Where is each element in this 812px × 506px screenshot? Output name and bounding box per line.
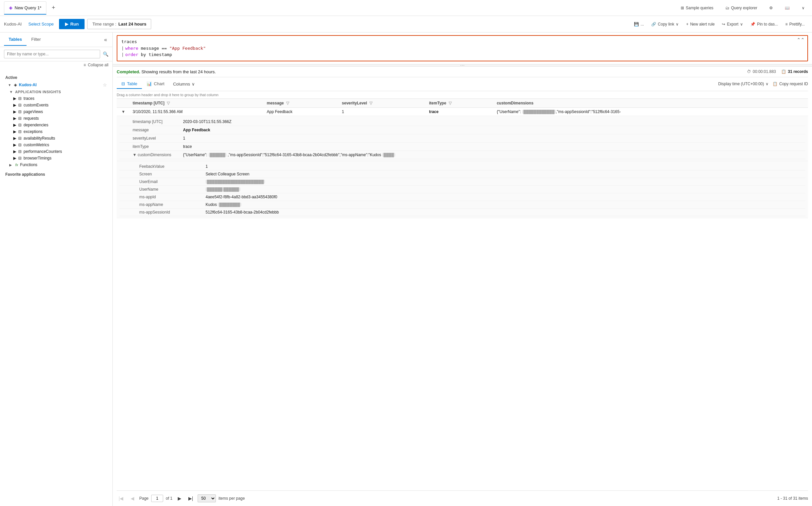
filter-input[interactable] (4, 50, 100, 58)
sidebar-item-custommetrics[interactable]: ▶ ⊟ customMetrics (0, 142, 112, 148)
sub-detail-row: UserEmail ██████████████████████ (119, 178, 805, 185)
first-page-button[interactable]: |◀ (117, 494, 125, 503)
sidebar-item-pageviews[interactable]: ▶ ⊟ pageViews (0, 108, 112, 115)
detail-field: severityLevel (119, 134, 179, 142)
select-scope-button[interactable]: Select Scope (25, 20, 56, 28)
save-dots: ... (641, 22, 644, 26)
book-button[interactable]: 📖 (782, 4, 793, 12)
copy-request-id-button[interactable]: 📋 Copy request ID (773, 82, 808, 86)
col-message[interactable]: message ▽ (264, 99, 340, 108)
chevron-down-icon: ▼ (8, 83, 12, 87)
table-row[interactable]: ▼ 3/10/2020, 11:51:55.366 AM App Feedbac… (117, 107, 808, 116)
status-meta: ⏱ 00:00:01.883 📋 31 records (747, 69, 808, 74)
toolbar: Kudos-AI Select Scope ▶ Run Time range :… (0, 16, 812, 32)
collapse-all-button[interactable]: ≡ Collapse all (80, 61, 112, 70)
expand-icon[interactable]: ▼ (132, 153, 137, 157)
chevron-right-icon: ▶ (9, 163, 13, 167)
col-severity[interactable]: severityLevel ▽ (339, 99, 426, 108)
sidebar-item-dependencies[interactable]: ▶ ⊟ dependencies (0, 122, 112, 128)
table-icon: ⊟ (121, 81, 125, 86)
columns-button[interactable]: Columns ∨ (169, 80, 199, 89)
sidebar-item-functions[interactable]: ▶ fx Functions (0, 162, 112, 168)
sidebar-item-browser-timings[interactable]: ▶ ⊟ browserTimings (0, 155, 112, 162)
results-area: Completed. Showing results from the last… (113, 67, 812, 506)
cell-timestamp: 3/10/2020, 11:51:55.366 AM (130, 107, 264, 116)
prev-page-button[interactable]: ◀ (128, 494, 137, 503)
sub-detail-table: FeebackValue 1 Screen Select Colleague S… (119, 163, 805, 216)
sidebar-item-customevents[interactable]: ▶ ⊟ customEvents (0, 102, 112, 108)
sidebar-item-exceptions[interactable]: ▶ ⊟ exceptions (0, 128, 112, 135)
more-button[interactable]: ∨ (798, 4, 808, 12)
pagination-total: 1 - 31 of 31 items (777, 496, 808, 501)
app-insights-group: ▼ APPLICATION INSIGHTS ▶ ⊟ traces ▶ ⊟ cu… (0, 89, 112, 162)
drag-handle[interactable]: ··· (113, 64, 812, 67)
run-icon: ▶ (65, 21, 68, 26)
display-time-button[interactable]: Display time (UTC+00:00) ∨ (718, 82, 769, 86)
add-tab-button[interactable]: + (49, 2, 58, 14)
row-expand-icon[interactable]: ▼ (119, 108, 127, 116)
sidebar-item-traces[interactable]: ▶ ⊟ traces (0, 95, 112, 102)
per-page-label: items per page (218, 496, 245, 501)
new-alert-label: New alert rule (690, 22, 715, 26)
favorite-apps-section: Favorite applications (0, 169, 112, 179)
last-page-button[interactable]: ▶| (186, 494, 195, 503)
filter-icon[interactable]: ▽ (369, 101, 372, 105)
time-range-button[interactable]: Time range : Last 24 hours (87, 19, 151, 29)
next-page-button[interactable]: ▶ (175, 494, 184, 503)
tab-tables[interactable]: Tables (4, 33, 26, 46)
filter-icon[interactable]: ▽ (167, 101, 170, 105)
chevron-right-icon: ▶ (13, 136, 16, 141)
page-input[interactable] (151, 495, 163, 502)
prettify-button[interactable]: ≡ Prettify... (782, 20, 808, 28)
save-icon: 💾 (634, 22, 639, 26)
title-bar: ◈ New Query 1* + ⊞ Sample queries 🗂 Quer… (0, 0, 812, 16)
status-time: ⏱ 00:00:01.883 (747, 69, 776, 74)
star-icon[interactable]: ☆ (103, 82, 107, 88)
export-button[interactable]: ↪ Export ∨ (719, 20, 746, 28)
sidebar-item-perf-counters[interactable]: ▶ ⊟ performanceCounters (0, 148, 112, 155)
chevron-right-icon: ▶ (13, 96, 16, 101)
chevron-down-icon: ∨ (802, 6, 805, 10)
per-page-select[interactable]: 50 100 200 (198, 494, 216, 502)
app-insights-title: ▼ APPLICATION INSIGHTS (0, 89, 112, 95)
table-label: performanceCounters (23, 149, 62, 154)
detail-field: ▼ customDimensions (119, 151, 179, 159)
tab-chart[interactable]: 📊 Chart (142, 79, 169, 89)
sidebar-item-requests[interactable]: ▶ ⊟ requests (0, 115, 112, 122)
sidebar-item-availability[interactable]: ▶ ⊟ availabilityResults (0, 135, 112, 142)
query-explorer-button[interactable]: 🗂 Query explorer (722, 4, 760, 12)
new-alert-button[interactable]: + New alert rule (683, 20, 718, 28)
sidebar-item-kudos-ai[interactable]: ▼ ◈ Kudos-AI ☆ (0, 81, 112, 89)
search-icon: 🔍 (103, 52, 108, 57)
detail-value: App Feedback (179, 126, 805, 134)
results-table-wrap[interactable]: timestamp [UTC] ▽ message ▽ severityLeve… (117, 99, 808, 491)
query-editor[interactable]: traces | where message == "App Feedback"… (117, 35, 808, 61)
active-tab[interactable]: ◈ New Query 1* (4, 1, 47, 15)
collapse-editor-button[interactable]: ⌃⌃ (797, 37, 805, 43)
display-time-chevron: ∨ (765, 82, 769, 86)
settings-button[interactable]: ⚙ (766, 4, 776, 12)
filter-icon[interactable]: ▽ (286, 101, 289, 105)
query-line-2: | where message == "App Feedback" (121, 45, 803, 52)
table-label: customEvents (23, 103, 49, 107)
filter-icon[interactable]: ▽ (449, 101, 452, 105)
col-customdim[interactable]: customDimensions (494, 99, 808, 108)
tab-table[interactable]: ⊟ Table (117, 79, 142, 89)
tab-filter[interactable]: Filter (26, 33, 46, 46)
col-itemtype[interactable]: itemType ▽ (426, 99, 494, 108)
col-timestamp[interactable]: timestamp [UTC] ▽ (130, 99, 264, 108)
sub-field: UserEmail (119, 178, 186, 185)
save-button[interactable]: 💾 ... (631, 20, 647, 28)
pin-to-dash-button[interactable]: 📌 Pin to das... (747, 20, 781, 28)
sidebar-collapse-button[interactable]: « (103, 35, 108, 44)
time-range-label: Time range : (92, 21, 116, 26)
table-icon: ⊟ (18, 143, 21, 147)
collapse-icon: ≡ (84, 63, 86, 67)
workspace-item-label: Kudos-AI (19, 83, 36, 87)
copy-link-button[interactable]: 🔗 Copy link ∨ (648, 20, 682, 28)
results-toolbar-right: Display time (UTC+00:00) ∨ 📋 Copy reques… (718, 82, 808, 86)
run-button[interactable]: ▶ Run (59, 19, 85, 29)
sub-value: ██████ ██████ (186, 185, 805, 193)
sample-queries-button[interactable]: ⊞ Sample queries (678, 4, 717, 12)
prettify-label: Prettify... (790, 22, 805, 26)
